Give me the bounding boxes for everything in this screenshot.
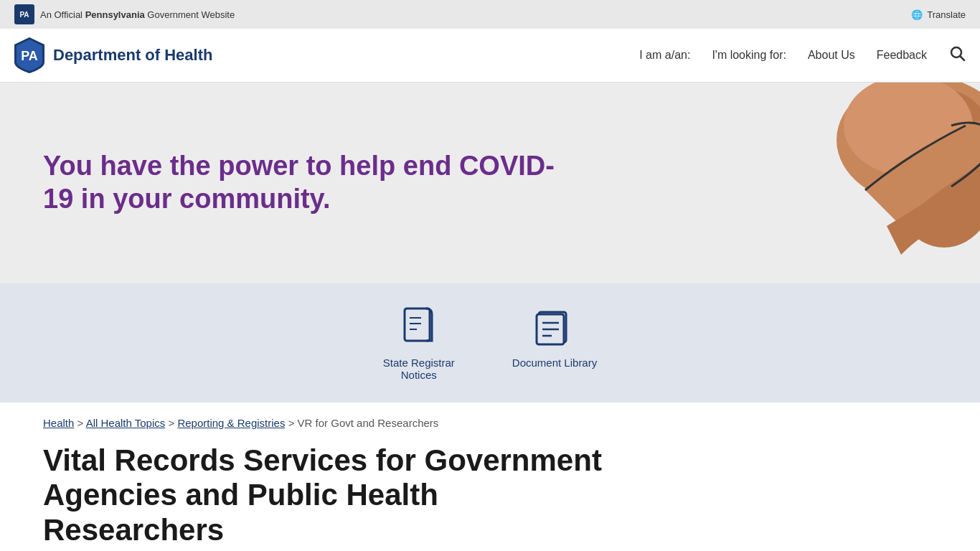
hero-banner: You have the power to help end COVID-19 … [0, 83, 980, 283]
quick-link-state-registrar[interactable]: State RegistrarNotices [383, 305, 455, 381]
state-registrar-icon [397, 305, 440, 348]
official-text: An Official Pennsylvania Government Webs… [40, 9, 235, 20]
search-button[interactable] [948, 44, 966, 66]
svg-line-2 [961, 57, 965, 61]
page-title: Vital Records Services for Government Ag… [43, 443, 617, 547]
breadcrumb-health[interactable]: Health [43, 417, 74, 429]
globe-icon: 🌐 [911, 9, 923, 20]
top-banner: PA An Official Pennsylvania Government W… [0, 0, 980, 29]
translate-button[interactable]: 🌐 Translate [911, 9, 966, 20]
nav-feedback[interactable]: Feedback [877, 49, 927, 62]
main-content: Vital Records Services for Government Ag… [0, 436, 980, 551]
breadcrumb-sep-3: > [288, 417, 298, 429]
state-registrar-label: State RegistrarNotices [383, 357, 455, 381]
pa-seal: PA [14, 4, 34, 24]
official-site-notice: PA An Official Pennsylvania Government W… [14, 4, 235, 24]
nav-i-am-an[interactable]: I am a/an: [639, 49, 690, 62]
main-header: PA Department of Health I am a/an: I'm l… [0, 29, 980, 83]
breadcrumb: Health > All Health Topics > Reporting &… [0, 402, 980, 436]
breadcrumb-current: VR for Govt and Researchers [298, 417, 439, 429]
breadcrumb-sep-1: > [77, 417, 86, 429]
breadcrumb-sep-2: > [168, 417, 177, 429]
document-library-icon [533, 305, 576, 348]
hero-arm-illustration [779, 83, 980, 283]
breadcrumb-reporting[interactable]: Reporting & Registries [177, 417, 285, 429]
nav-about-us[interactable]: About Us [808, 49, 855, 62]
main-nav: I am a/an: I'm looking for: About Us Fee… [639, 44, 966, 66]
site-logo[interactable]: PA Department of Health [14, 37, 212, 73]
svg-text:PA: PA [21, 49, 38, 63]
breadcrumb-all-health-topics[interactable]: All Health Topics [86, 417, 166, 429]
svg-rect-6 [405, 309, 430, 341]
nav-looking-for[interactable]: I'm looking for: [712, 49, 786, 62]
pa-shield-logo: PA [14, 37, 44, 73]
hero-headline: You have the power to help end COVID-19 … [43, 150, 567, 215]
quick-link-document-library[interactable]: Document Library [512, 305, 597, 381]
dept-name-text: Department of Health [53, 46, 212, 65]
translate-label: Translate [927, 9, 966, 20]
quick-links-section: State RegistrarNotices Document Library [0, 283, 980, 402]
document-library-label: Document Library [512, 357, 597, 369]
hero-text-area: You have the power to help end COVID-19 … [0, 121, 610, 244]
